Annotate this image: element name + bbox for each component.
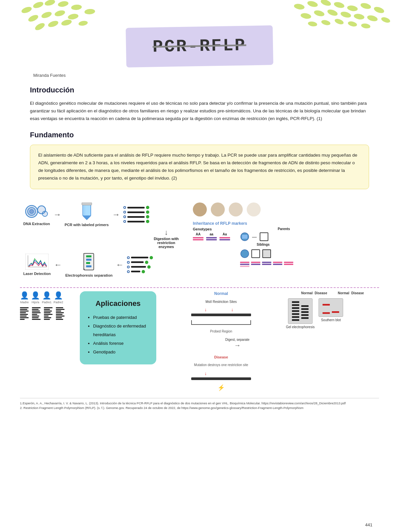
pcr-process-diagram: DNA Extraction → PCR with labeled primer…: [20, 199, 186, 281]
svg-point-11: [61, 19, 72, 27]
sibling-square2-icon: [262, 249, 271, 258]
dashed-separator: [20, 287, 379, 288]
restriction-site-diagram: Normal MstI Restriction Sites ↓ ↓ Probed…: [163, 291, 279, 391]
svg-point-1: [32, 1, 44, 9]
person-madre: 👤 Madre: [20, 291, 29, 304]
gel-figures-left: 👤 Madre 👤 Hijo/a 👤 Padre1 👤 Padre2: [20, 291, 73, 320]
msti-label: MstI Restriction Sites: [205, 300, 237, 304]
ref2-text: 2. Restriction Fragment Length Polymorph…: [20, 406, 379, 410]
svg-point-5: [27, 14, 39, 23]
laser-detection-step: Laser Detection: [23, 254, 51, 276]
svg-rect-53: [260, 233, 268, 241]
electrophoresis-label: Electrophoresis separation: [66, 273, 113, 277]
person-hijo-a: 👤 Hijo/a: [31, 291, 40, 304]
svg-rect-46: [86, 259, 91, 261]
app-item-1: Pruebas de paternidad: [93, 313, 150, 322]
genotype-AA: AA: [193, 232, 203, 240]
probed-region-label: Probed Region: [210, 330, 232, 333]
disease-label: Disease: [214, 355, 228, 359]
fundamento-box: El aislamiento de ADN suficiente para el…: [30, 145, 369, 189]
svg-point-8: [67, 13, 79, 20]
app-item-3: Análisis forense: [93, 339, 150, 348]
siblings-label: Siblings: [257, 243, 293, 246]
page-title: PCR-RFLP: [153, 36, 247, 57]
applications-title: Aplicaciones: [86, 299, 150, 308]
svg-text:+: +: [83, 268, 85, 271]
dna-extraction-label: DNA Extraction: [23, 222, 50, 226]
gel-electrophoresis-label: Gel electrophoresis: [286, 325, 315, 329]
applications-list: Pruebas de paternidad Diagnóstico de enf…: [86, 313, 150, 356]
svg-point-27: [380, 16, 391, 24]
dna-extraction-step: DNA Extraction: [23, 203, 50, 226]
applications-area: 👤 Madre 👤 Hijo/a 👤 Padre1 👤 Padre2: [20, 291, 379, 391]
genotype-Aa: Aa: [219, 232, 230, 240]
gel-header-disease1: Disease: [315, 291, 327, 295]
inherit-circle-2: [211, 202, 225, 216]
lightning-icon: ⚡: [217, 384, 225, 391]
svg-point-25: [353, 13, 365, 20]
southern-blot-label: Southern blot: [321, 318, 341, 322]
svg-point-0: [21, 6, 33, 14]
svg-point-20: [373, 6, 385, 14]
svg-point-23: [327, 8, 338, 17]
svg-point-17: [333, 1, 345, 9]
svg-point-2: [44, 0, 56, 7]
svg-point-19: [360, 2, 371, 10]
laser-chart-icon: [25, 254, 49, 270]
ref1-text: 1.Esperón, A. A., Hechavarría, I. V. & N…: [20, 401, 379, 406]
inherit-title: Inheritance of RFLP markers: [193, 221, 376, 226]
section-heading-intro: Introducción: [30, 86, 399, 94]
inheritance-diagram: Inheritance of RFLP markers Genotypes AA: [190, 199, 379, 270]
svg-rect-39: [82, 202, 92, 205]
dna-extraction-icon: [25, 203, 48, 220]
svg-point-37: [42, 211, 48, 216]
parent-square-icon: [259, 232, 269, 241]
svg-point-13: [78, 20, 88, 27]
svg-text:-: -: [83, 252, 84, 255]
arrow-3: ←: [54, 260, 62, 269]
digestion-label: Digestion with restriction enzymes: [150, 237, 183, 249]
parents-label: Parents: [240, 227, 290, 231]
normal-label: Normal: [214, 291, 228, 296]
app-item-2: Diagnóstico de enfermedad hereditarias: [93, 322, 150, 339]
gel-header-normal1: Normal: [301, 291, 313, 295]
svg-rect-52: [242, 235, 247, 239]
person-padre1: 👤 Padre1: [42, 291, 52, 304]
mutation-label: Mutation destroys one restriction site: [194, 363, 248, 367]
svg-rect-47: [86, 262, 90, 264]
arrow-4: ←: [116, 260, 124, 269]
footer-references: 1.Esperón, A. A., Hechavarría, I. V. & N…: [20, 398, 379, 411]
svg-point-21: [300, 12, 312, 19]
svg-point-28: [308, 21, 318, 27]
arrow-down: ↓: [165, 228, 168, 237]
person-padre2: 👤 Padre2: [54, 291, 63, 304]
gel-header-disease2: Disease: [351, 291, 364, 295]
electrophoresis-step: - + Electrophoresis separation: [66, 252, 113, 277]
pcr-tube-icon: [80, 202, 93, 221]
gel-header-normal2: Normal: [338, 291, 349, 295]
sibling-circle-icon: [240, 249, 249, 258]
svg-point-6: [41, 11, 53, 19]
svg-point-26: [366, 14, 378, 22]
svg-rect-45: [86, 255, 91, 257]
svg-point-7: [54, 9, 66, 17]
svg-rect-48: [86, 265, 91, 267]
svg-point-22: [313, 9, 325, 17]
arrow-2: →: [112, 210, 120, 219]
page-number: 441: [365, 522, 372, 527]
applications-box: Aplicaciones Pruebas de paternidad Diagn…: [80, 291, 156, 364]
svg-point-4: [71, 4, 82, 11]
banner-ribbon: PCR-RFLP: [126, 25, 273, 67]
genotypes-label: Genotypes: [193, 227, 230, 231]
svg-point-15: [307, 0, 318, 8]
author-area: Miranda Fuentes: [33, 73, 399, 78]
electro-icon: - +: [82, 252, 95, 271]
diagram-area: DNA Extraction → PCR with labeled primer…: [20, 199, 379, 281]
intro-text: El diagnóstico genético molecular de mut…: [30, 100, 369, 123]
svg-point-54: [241, 250, 249, 258]
svg-point-14: [294, 3, 305, 10]
sibling-square1-icon: [251, 249, 260, 258]
pedigree-line: —: [252, 234, 257, 239]
svg-point-30: [334, 18, 344, 26]
section-heading-fund: Fundamento: [30, 131, 399, 139]
